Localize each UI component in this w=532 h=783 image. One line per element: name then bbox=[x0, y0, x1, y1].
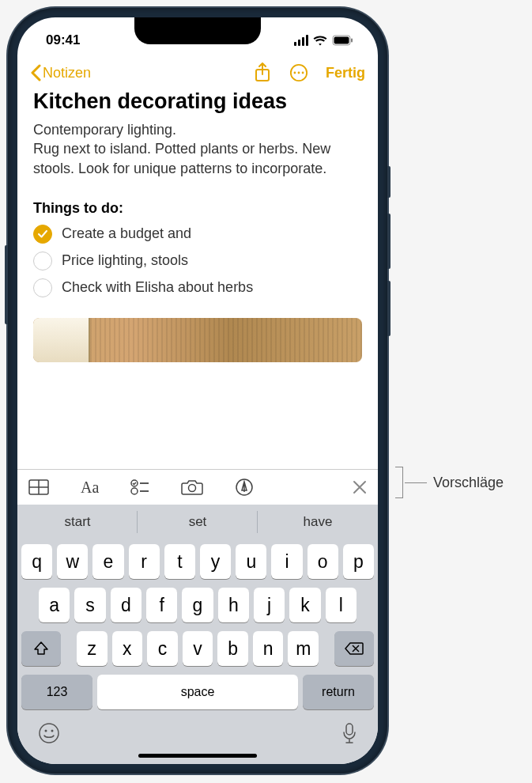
close-toolbar-button[interactable] bbox=[353, 480, 367, 494]
more-button[interactable] bbox=[289, 63, 308, 82]
key-area: qwertyuiop asdfghjkl zxcvbnm 123 space bbox=[17, 539, 378, 713]
shift-icon bbox=[33, 641, 49, 656]
status-time: 09:41 bbox=[46, 32, 80, 48]
svg-point-13 bbox=[131, 488, 138, 494]
nav-bar: Notizen Fertig bbox=[17, 57, 378, 89]
camera-icon bbox=[181, 478, 203, 496]
key-a[interactable]: a bbox=[39, 588, 70, 622]
checkbox[interactable] bbox=[33, 225, 52, 244]
screen: 09:41 Notizen bbox=[17, 17, 378, 764]
key-j[interactable]: j bbox=[254, 588, 285, 622]
svg-rect-2 bbox=[351, 39, 353, 43]
markup-icon bbox=[235, 478, 254, 497]
shift-key[interactable] bbox=[21, 631, 61, 666]
key-w[interactable]: w bbox=[57, 544, 88, 579]
backspace-icon bbox=[345, 641, 364, 656]
suggestion-item[interactable]: set bbox=[138, 505, 258, 539]
done-button[interactable]: Fertig bbox=[326, 65, 365, 81]
checklist-item[interactable]: Price lighting, stools bbox=[33, 252, 362, 270]
callout: Vorschläge bbox=[395, 467, 504, 498]
callout-label: Vorschläge bbox=[433, 475, 504, 491]
checkbox[interactable] bbox=[33, 278, 52, 297]
svg-rect-20 bbox=[346, 724, 353, 735]
key-v[interactable]: v bbox=[183, 631, 213, 666]
back-label: Notizen bbox=[43, 65, 91, 81]
checklist-item-text[interactable]: Check with Elisha about herbs bbox=[62, 279, 253, 296]
power-button bbox=[5, 245, 8, 324]
note-content[interactable]: 10. Juni 2022 um 10:35 Uhr Kitchen decor… bbox=[17, 89, 378, 469]
suggestion-bar: startsethave bbox=[17, 505, 378, 539]
key-l[interactable]: l bbox=[326, 588, 357, 622]
checklist-item[interactable]: Check with Elisha about herbs bbox=[33, 278, 362, 297]
key-e[interactable]: e bbox=[92, 544, 123, 579]
suggestion-item[interactable]: have bbox=[258, 505, 378, 539]
emoji-icon bbox=[38, 722, 60, 744]
number-key[interactable]: 123 bbox=[21, 675, 92, 709]
note-title[interactable]: Kitchen decorating ideas bbox=[33, 89, 362, 114]
checklist-button[interactable] bbox=[130, 479, 149, 495]
status-icons bbox=[294, 35, 354, 46]
checklist-icon bbox=[130, 479, 149, 495]
return-key[interactable]: return bbox=[303, 675, 374, 709]
key-b[interactable]: b bbox=[217, 631, 248, 666]
chevron-left-icon bbox=[30, 64, 41, 81]
key-g[interactable]: g bbox=[182, 588, 213, 622]
cellular-icon bbox=[294, 35, 308, 46]
svg-point-19 bbox=[51, 730, 54, 732]
key-u[interactable]: u bbox=[236, 544, 266, 579]
checklist-item[interactable]: Create a budget and bbox=[33, 225, 362, 244]
share-icon bbox=[254, 62, 271, 83]
markup-button[interactable] bbox=[235, 478, 254, 497]
backspace-key[interactable] bbox=[334, 631, 374, 666]
key-t[interactable]: t bbox=[164, 544, 195, 579]
svg-point-7 bbox=[302, 72, 304, 74]
svg-point-18 bbox=[45, 730, 47, 732]
key-z[interactable]: z bbox=[77, 631, 108, 666]
note-attachment-image[interactable] bbox=[33, 318, 362, 362]
mic-icon bbox=[341, 722, 357, 744]
note-body[interactable]: Contemporary lighting. Rug next to islan… bbox=[33, 120, 362, 178]
wifi-icon bbox=[313, 35, 327, 46]
svg-point-6 bbox=[298, 72, 300, 74]
table-icon bbox=[28, 479, 49, 495]
emoji-button[interactable] bbox=[38, 722, 60, 747]
table-button[interactable] bbox=[28, 479, 49, 495]
key-p[interactable]: p bbox=[343, 544, 374, 579]
suggestion-item[interactable]: start bbox=[17, 505, 138, 539]
volume-up-button bbox=[387, 166, 391, 198]
checklist-item-text[interactable]: Price lighting, stools bbox=[62, 252, 188, 269]
space-key[interactable]: space bbox=[97, 675, 298, 709]
svg-point-17 bbox=[40, 724, 58, 743]
back-button[interactable]: Notizen bbox=[30, 64, 91, 81]
key-m[interactable]: m bbox=[288, 631, 319, 666]
key-f[interactable]: f bbox=[146, 588, 177, 622]
key-c[interactable]: c bbox=[147, 631, 178, 666]
key-h[interactable]: h bbox=[218, 588, 249, 622]
side-button bbox=[387, 281, 391, 336]
section-heading[interactable]: Things to do: bbox=[33, 200, 362, 217]
dictation-button[interactable] bbox=[341, 722, 357, 747]
keyboard: Aa bbox=[17, 469, 378, 764]
key-d[interactable]: d bbox=[111, 588, 141, 622]
checkbox[interactable] bbox=[33, 252, 52, 270]
key-q[interactable]: q bbox=[21, 544, 52, 579]
camera-button[interactable] bbox=[181, 478, 203, 496]
key-o[interactable]: o bbox=[308, 544, 338, 579]
text-format-button[interactable]: Aa bbox=[81, 478, 99, 497]
phone-frame: 09:41 Notizen bbox=[8, 8, 387, 774]
key-n[interactable]: n bbox=[253, 631, 284, 666]
checklist-item-text[interactable]: Create a budget and bbox=[62, 225, 191, 242]
key-i[interactable]: i bbox=[271, 544, 302, 579]
key-y[interactable]: y bbox=[200, 544, 231, 579]
key-k[interactable]: k bbox=[289, 588, 320, 622]
checklist: Create a budget andPrice lighting, stool… bbox=[33, 225, 362, 297]
key-s[interactable]: s bbox=[74, 588, 105, 622]
keyboard-bottom-bar bbox=[17, 713, 378, 751]
key-x[interactable]: x bbox=[112, 631, 143, 666]
share-button[interactable] bbox=[253, 63, 272, 82]
battery-icon bbox=[332, 35, 354, 46]
more-icon bbox=[289, 62, 308, 83]
key-r[interactable]: r bbox=[129, 544, 160, 579]
home-indicator[interactable] bbox=[138, 754, 257, 758]
format-toolbar: Aa bbox=[17, 469, 378, 505]
